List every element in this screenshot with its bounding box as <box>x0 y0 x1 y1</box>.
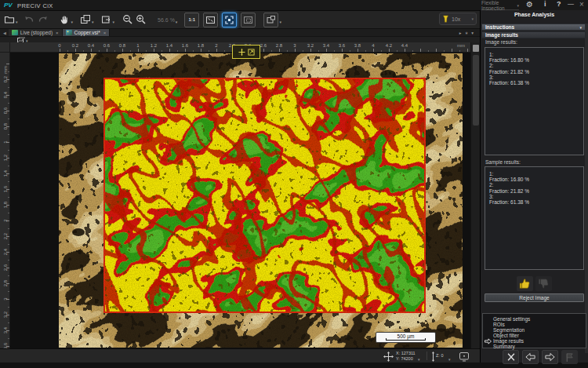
ruler-mark <box>420 49 421 52</box>
redo-button[interactable] <box>38 13 49 27</box>
ruler-mark: 3.2 <box>3 310 8 320</box>
copper-micrograph-graphic <box>59 53 463 348</box>
result-line: 3: <box>489 75 583 80</box>
pan-tool-button[interactable] <box>60 13 71 27</box>
objective-lens-icon <box>442 14 449 24</box>
ruler-mark: 0.8 <box>3 122 8 132</box>
accept-image-button[interactable] <box>517 276 533 291</box>
image-results-label: Image results: <box>485 39 517 45</box>
chevron-down-icon[interactable]: ▾ <box>448 357 451 362</box>
ruler-mark <box>83 50 84 52</box>
ruler-mark: 0.4 <box>3 90 8 100</box>
image-viewport[interactable]: 500 µm <box>10 53 470 348</box>
tabbar-controls: ▸ ∗ ▾ <box>459 31 474 35</box>
roi-tool-button[interactable] <box>263 13 278 27</box>
roi-handle-toolbar[interactable] <box>232 45 260 59</box>
ruler-mark <box>8 322 9 323</box>
ruler-mark <box>310 49 311 52</box>
scrollbar-button[interactable] <box>473 45 479 52</box>
next-step-button[interactable] <box>542 350 558 364</box>
cancel-wizard-button[interactable] <box>503 350 519 364</box>
instructions-header-label: Instructions <box>485 24 514 30</box>
wizard-step-label: Summary <box>493 344 515 349</box>
tab-options-icon[interactable]: ∗ <box>465 31 469 35</box>
close-tab-icon[interactable]: × <box>56 31 59 35</box>
chevron-down-icon[interactable]: ▾ <box>279 20 281 24</box>
undo-button[interactable] <box>24 13 34 27</box>
previous-step-button[interactable] <box>522 350 539 364</box>
finish-wizard-button[interactable] <box>561 350 578 364</box>
instructions-header[interactable]: Instructions ▾ <box>481 24 586 31</box>
help-icon[interactable]: ? <box>557 0 561 8</box>
copy-layer-button[interactable] <box>80 13 91 27</box>
vertical-scrollbar[interactable] <box>470 42 480 348</box>
chevron-down-icon[interactable]: ▾ <box>176 20 178 24</box>
reject-image-button[interactable]: Reject Image <box>485 293 584 302</box>
wizard-step-item[interactable]: ROIs <box>483 322 586 327</box>
tab-play-icon[interactable]: ▸ <box>459 31 462 35</box>
stage-z-value[interactable]: Z: 0 <box>436 353 443 358</box>
ruler-mark <box>405 49 405 52</box>
minimize-icon[interactable]: — <box>568 0 574 7</box>
fit-to-window-button[interactable] <box>203 13 218 27</box>
wizard-step-item[interactable]: Image results <box>483 338 586 344</box>
ruler-mark <box>326 49 327 52</box>
ruler-mark <box>8 291 9 292</box>
ruler-mark: 1 <box>3 137 8 148</box>
display-info-icon[interactable] <box>459 352 470 362</box>
zoom-to-fit-button[interactable] <box>222 13 237 27</box>
wizard-step-item[interactable]: Summary <box>483 344 586 349</box>
info-icon[interactable]: i <box>544 0 546 8</box>
close-tab-icon[interactable]: × <box>103 31 107 35</box>
wizard-step-item[interactable]: General settings <box>483 316 586 322</box>
ruler-mark <box>193 50 194 52</box>
ruler-mark <box>216 49 217 52</box>
actual-size-button[interactable]: 1:1 <box>184 13 199 27</box>
objective-selector[interactable]: 10x ▾ <box>439 13 477 25</box>
wizard-steps-list: General settings ROIs Segmentation Objec… <box>482 313 586 348</box>
region-icon <box>243 15 253 25</box>
chevron-down-icon[interactable]: ▾ <box>418 357 420 362</box>
ruler-mark <box>8 260 9 261</box>
chevron-down-icon[interactable]: ▾ <box>113 20 115 24</box>
ruler-mark <box>75 49 76 52</box>
close-icon[interactable]: × <box>579 0 584 9</box>
specimen-image[interactable]: 500 µm <box>59 53 463 348</box>
ruler-mark <box>8 338 9 339</box>
zoom-percentage-value[interactable]: 56.6 % <box>158 17 175 23</box>
open-image-button[interactable] <box>4 13 15 27</box>
window-title: PRECiV CiX <box>17 2 53 9</box>
ruler-mark: 1.8 <box>198 43 204 48</box>
tab-scroll-left-icon[interactable]: ◀ <box>3 31 6 35</box>
fit-window-icon <box>205 15 216 25</box>
zoom-in-button[interactable] <box>136 13 147 27</box>
ruler-mark <box>67 50 68 52</box>
ruler-mark: mm <box>3 65 8 75</box>
tab-list-icon[interactable]: ▾ <box>471 31 474 35</box>
settings-gear-icon[interactable]: ⚙ <box>526 0 533 9</box>
tab-copper[interactable]: Copper.vsi* × <box>63 29 111 36</box>
stage-coordinates[interactable]: X: 127311 Y: 74200 <box>396 351 416 361</box>
workflow-selector-dropdown[interactable]: Flexible Inspection ▾ <box>481 2 519 10</box>
ruler-mark <box>224 50 225 52</box>
reject-image-icon-button[interactable] <box>535 276 552 291</box>
arrow-right-icon <box>544 352 556 362</box>
ruler-corner <box>0 42 10 53</box>
chevron-down-icon[interactable]: ▾ <box>92 20 94 24</box>
chevron-down-icon[interactable]: ▾ <box>16 20 18 24</box>
wizard-step-item[interactable]: Object filter <box>483 333 586 338</box>
paste-layer-button[interactable] <box>101 13 112 27</box>
wizard-step-item[interactable]: Segmentation <box>483 327 586 333</box>
region-view-button[interactable] <box>241 13 256 27</box>
ruler-mark <box>397 50 397 52</box>
tab-label: Live (stopped) <box>20 30 53 35</box>
ruler-mark <box>91 49 92 52</box>
chevron-down-icon[interactable]: ▾ <box>71 20 74 24</box>
scrollbar-thumb[interactable] <box>473 55 479 126</box>
application-window: PV PRECiV CiX Flexible Inspection ▾ ⚙ i … <box>0 0 588 368</box>
document-tab-bar: ◀ Live (stopped) × Copper.vsi* × ▸ ∗ ▾ <box>0 29 480 37</box>
result-line: Fraction: 61.38 % <box>489 199 583 205</box>
image-results-section-header: Image results <box>481 31 586 38</box>
panel-scrollbar[interactable] <box>585 24 588 353</box>
zoom-out-button[interactable] <box>122 13 133 27</box>
